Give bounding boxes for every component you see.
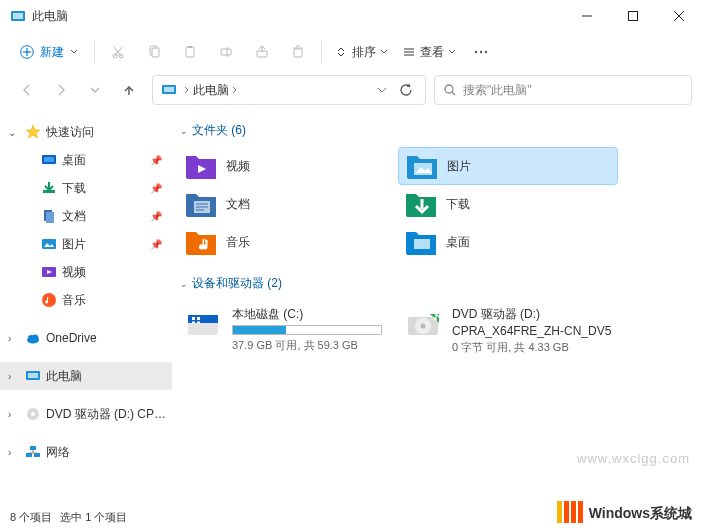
svg-point-28 [485, 51, 487, 53]
folder-label: 下载 [446, 196, 470, 213]
folder-desktop[interactable]: 桌面 [398, 223, 618, 261]
cloud-icon [24, 329, 42, 347]
folders-grid: 视频 图片 文档 下载 音乐 桌面 [178, 147, 696, 261]
sidebar-item-network[interactable]: ›网络 [0, 438, 172, 466]
drive-c[interactable]: 本地磁盘 (C:) 37.9 GB 可用, 共 59.3 GB [178, 300, 398, 361]
search-input[interactable]: 搜索"此电脑" [434, 75, 692, 105]
copy-button[interactable] [137, 36, 171, 68]
sidebar-item-dvd[interactable]: ›DVD 驱动器 (D:) CPRA_X64FRE_ZH-CN_DV5 [0, 400, 172, 428]
delete-button[interactable] [281, 36, 315, 68]
sidebar-item-onedrive[interactable]: ›OneDrive [0, 324, 172, 352]
close-button[interactable] [656, 0, 702, 32]
folder-label: 视频 [226, 158, 250, 175]
svg-point-47 [32, 335, 39, 342]
minimize-button[interactable] [564, 0, 610, 32]
drive-fill [233, 326, 286, 334]
disc-icon [24, 405, 42, 423]
group-folders-header[interactable]: ⌄文件夹 (6) [180, 122, 696, 139]
rename-button[interactable] [209, 36, 243, 68]
svg-point-26 [475, 51, 477, 53]
sidebar-item-label: 网络 [46, 444, 172, 461]
toolbar: 新建 排序 查看 [0, 32, 702, 72]
drive-name: 本地磁盘 (C:) [232, 306, 392, 323]
window-controls [564, 0, 702, 32]
paste-icon [182, 44, 198, 60]
cut-button[interactable] [101, 36, 135, 68]
sidebar: ⌄ 快速访问 桌面📌 下载📌 文档📌 图片📌 视频 音乐 ›OneDrive ›… [0, 110, 172, 502]
sidebar-item-music[interactable]: 音乐 [16, 286, 172, 314]
desktop-icon [40, 151, 58, 169]
address-dropdown[interactable] [371, 85, 393, 95]
sidebar-item-this-pc[interactable]: ›此电脑 [0, 362, 172, 390]
group-drives-header[interactable]: ⌄设备和驱动器 (2) [180, 275, 696, 292]
folder-label: 图片 [447, 158, 471, 175]
arrow-up-icon [122, 83, 136, 97]
sidebar-item-label: 图片 [62, 236, 146, 253]
folder-label: 文档 [226, 196, 250, 213]
new-button[interactable]: 新建 [10, 37, 88, 67]
up-button[interactable] [112, 74, 146, 106]
monitor-icon [24, 367, 42, 385]
svg-rect-40 [42, 239, 56, 249]
recent-button[interactable] [78, 74, 112, 106]
main-content: ⌄文件夹 (6) 视频 图片 文档 下载 音乐 桌面 ⌄设备和驱动器 (2) 本… [172, 110, 702, 502]
sidebar-item-desktop[interactable]: 桌面📌 [16, 146, 172, 174]
sort-icon [334, 45, 348, 59]
chevron-right-icon [183, 86, 191, 94]
group-label: 文件夹 (6) [192, 122, 246, 139]
view-button[interactable]: 查看 [396, 37, 462, 67]
sidebar-item-label: 视频 [62, 264, 172, 281]
refresh-button[interactable] [393, 83, 419, 97]
sidebar-item-documents[interactable]: 文档📌 [16, 202, 172, 230]
back-button[interactable] [10, 74, 44, 106]
chevron-down-icon [90, 85, 100, 95]
paste-button[interactable] [173, 36, 207, 68]
forward-button[interactable] [44, 74, 78, 106]
sidebar-item-videos[interactable]: 视频 [16, 258, 172, 286]
sidebar-quick-list: 桌面📌 下载📌 文档📌 图片📌 视频 音乐 [0, 146, 172, 314]
folder-videos[interactable]: 视频 [178, 147, 398, 185]
chevron-down-icon [377, 85, 387, 95]
folder-documents[interactable]: 文档 [178, 185, 398, 223]
maximize-button[interactable] [610, 0, 656, 32]
chevron-down-icon [448, 48, 456, 56]
sidebar-item-label: 快速访问 [46, 124, 172, 141]
more-button[interactable] [464, 36, 498, 68]
share-button[interactable] [245, 36, 279, 68]
sort-label: 排序 [352, 44, 376, 61]
drive-sub: CPRA_X64FRE_ZH-CN_DV5 [452, 324, 612, 338]
address-bar[interactable]: 此电脑 [152, 75, 426, 105]
music-icon [40, 291, 58, 309]
svg-point-51 [31, 412, 35, 416]
folder-music[interactable]: 音乐 [178, 223, 398, 261]
svg-line-11 [115, 47, 122, 56]
svg-rect-39 [46, 212, 54, 223]
sidebar-item-label: DVD 驱动器 (D:) CPRA_X64FRE_ZH-CN_DV5 [46, 406, 172, 423]
sidebar-item-downloads[interactable]: 下载📌 [16, 174, 172, 202]
pin-icon: 📌 [150, 183, 162, 194]
sidebar-item-pictures[interactable]: 图片📌 [16, 230, 172, 258]
videos-folder-icon [184, 150, 216, 182]
chevron-right-icon: › [8, 447, 20, 458]
status-bar: 8 个项目 选中 1 个项目 [0, 504, 702, 530]
copy-icon [146, 44, 162, 60]
documents-icon [40, 207, 58, 225]
breadcrumb[interactable]: 此电脑 [183, 82, 239, 99]
drive-dvd[interactable]: DVD 驱动器 (D:) CPRA_X64FRE_ZH-CN_DV5 0 字节 … [398, 300, 618, 361]
dvd-drive-icon [404, 306, 442, 344]
pictures-icon [40, 235, 58, 253]
star-icon [24, 123, 42, 141]
sidebar-item-label: 音乐 [62, 292, 172, 309]
sidebar-item-label: 文档 [62, 208, 146, 225]
pin-icon: 📌 [150, 155, 162, 166]
sort-button[interactable]: 排序 [328, 37, 394, 67]
folder-downloads[interactable]: 下载 [398, 185, 618, 223]
svg-rect-54 [30, 446, 36, 450]
desktop-folder-icon [404, 226, 436, 258]
drive-capacity-bar [232, 325, 382, 335]
svg-rect-1 [13, 13, 23, 19]
sidebar-item-quick-access[interactable]: ⌄ 快速访问 [0, 118, 172, 146]
rename-icon [218, 44, 234, 60]
folder-pictures[interactable]: 图片 [398, 147, 618, 185]
svg-rect-3 [629, 12, 638, 21]
